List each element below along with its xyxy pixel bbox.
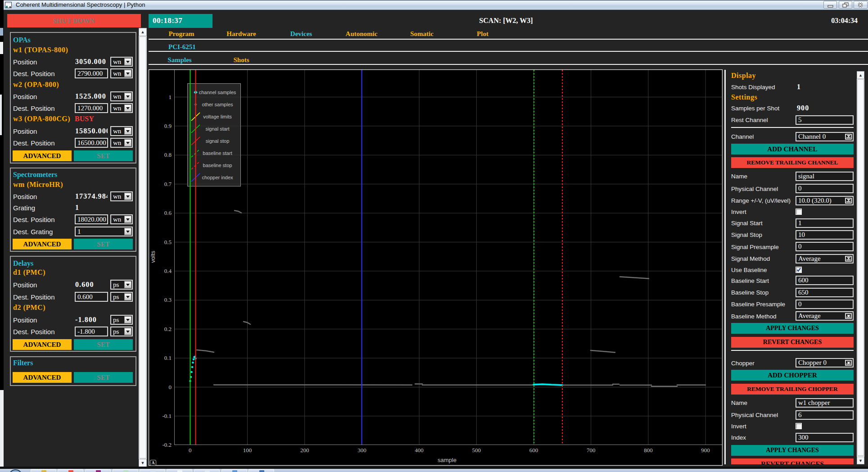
svg-text:0.2: 0.2 (164, 326, 172, 332)
svg-text:0.6: 0.6 (164, 209, 172, 216)
svg-text:0.1: 0.1 (164, 354, 172, 361)
svg-text:0: 0 (169, 384, 172, 390)
svg-text:0.3: 0.3 (164, 296, 172, 303)
svg-text:voltage limits: voltage limits (203, 114, 232, 119)
svg-text:400: 400 (415, 447, 424, 454)
svg-text:0.5: 0.5 (164, 239, 172, 245)
svg-text:-0.2: -0.2 (162, 441, 172, 448)
svg-text:300: 300 (357, 447, 366, 454)
svg-text:0.9: 0.9 (164, 123, 172, 129)
svg-text:200: 200 (300, 447, 309, 454)
svg-text:900: 900 (701, 447, 710, 454)
svg-text:-0.1: -0.1 (162, 413, 172, 419)
svg-text:signal start: signal start (205, 126, 229, 132)
svg-text:1: 1 (169, 94, 172, 100)
svg-text:0.7: 0.7 (164, 181, 172, 187)
svg-text:0.4: 0.4 (164, 268, 172, 274)
svg-text:other samples: other samples (202, 102, 233, 107)
svg-text:600: 600 (529, 447, 538, 454)
svg-text:700: 700 (587, 447, 596, 454)
svg-text:channel samples: channel samples (199, 90, 236, 95)
svg-text:800: 800 (644, 447, 653, 454)
svg-text:signal stop: signal stop (206, 138, 230, 144)
svg-text:100: 100 (243, 447, 252, 454)
svg-text:0: 0 (189, 447, 192, 454)
svg-text:0.8: 0.8 (164, 151, 172, 158)
svg-text:500: 500 (472, 447, 481, 454)
svg-text:baseline stop: baseline stop (203, 163, 232, 168)
svg-text:chopper index: chopper index (202, 175, 233, 180)
svg-text:sample: sample (438, 457, 457, 463)
svg-text:volts: volts (149, 250, 156, 263)
svg-text:baseline start: baseline start (203, 150, 232, 156)
